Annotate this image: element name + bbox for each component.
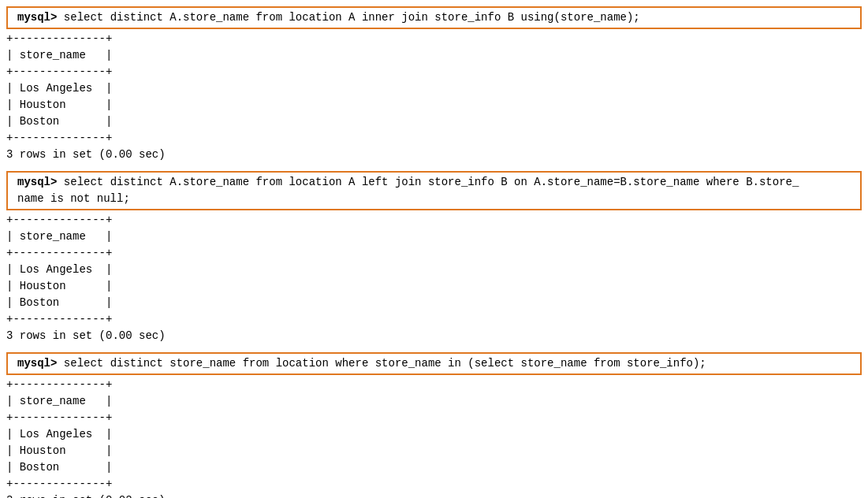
- result1-summary: 3 rows in set (0.00 sec): [0, 147, 868, 163]
- query-block-1: mysql> select distinct A.store_name from…: [6, 6, 862, 29]
- result2-border-bot: +--------------+: [0, 311, 868, 328]
- result2-border-top: +--------------+: [0, 212, 868, 229]
- result1-header: | store_name |: [0, 47, 868, 64]
- result2-summary: 3 rows in set (0.00 sec): [0, 328, 868, 344]
- result3-row-3: | Boston |: [0, 459, 868, 476]
- query2-line-1: mysql> select distinct A.store_name from…: [11, 174, 857, 191]
- query-line-1: mysql> select distinct A.store_name from…: [11, 9, 857, 26]
- result2-row-2: | Houston |: [0, 278, 868, 295]
- result2-header: | store_name |: [0, 229, 868, 245]
- result1-row-2: | Houston |: [0, 97, 868, 113]
- result1-border-bot: +--------------+: [0, 130, 868, 147]
- query3-line-1: mysql> select distinct store_name from l…: [11, 355, 857, 372]
- result1-border-top: +--------------+: [0, 31, 868, 47]
- query-block-3: mysql> select distinct store_name from l…: [6, 352, 862, 375]
- result3-row-2: | Houston |: [0, 443, 868, 459]
- result1-border-mid: +--------------+: [0, 64, 868, 80]
- result2-border-mid: +--------------+: [0, 245, 868, 262]
- query2-line-2: name is not null;: [11, 191, 857, 207]
- result3-header: | store_name |: [0, 393, 868, 410]
- result2-row-3: | Boston |: [0, 295, 868, 311]
- result3-summary: 3 rows in set (0.02 sec): [0, 492, 868, 498]
- result1-row-3: | Boston |: [0, 113, 868, 130]
- terminal-window[interactable]: mysql> select distinct A.store_name from…: [0, 0, 868, 498]
- query-block-2: mysql> select distinct A.store_name from…: [6, 171, 862, 210]
- result3-border-bot: +--------------+: [0, 476, 868, 492]
- result3-border-mid: +--------------+: [0, 410, 868, 426]
- result3-border-top: +--------------+: [0, 377, 868, 393]
- result3-row-1: | Los Angeles |: [0, 426, 868, 443]
- result1-row-1: | Los Angeles |: [0, 80, 868, 97]
- result2-row-1: | Los Angeles |: [0, 262, 868, 278]
